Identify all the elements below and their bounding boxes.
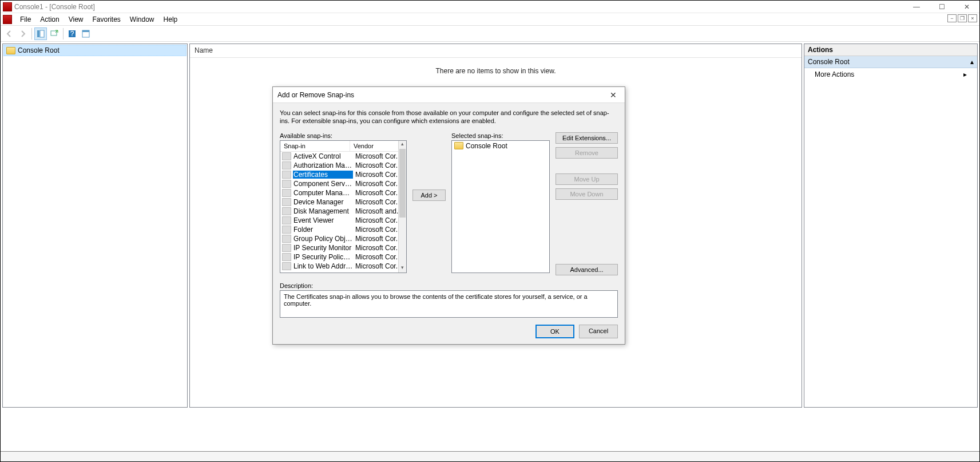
- move-up-button[interactable]: Move Up: [556, 173, 618, 185]
- more-actions-label: More Actions: [815, 70, 854, 78]
- scroll-thumb[interactable]: [399, 149, 406, 218]
- scroll-up-button[interactable]: ▴: [399, 141, 406, 149]
- show-tree-button[interactable]: [34, 27, 47, 40]
- snapin-name: Folder: [293, 226, 353, 234]
- selected-item-console-root[interactable]: Console Root: [452, 141, 549, 151]
- menu-view[interactable]: View: [64, 14, 88, 25]
- help-button[interactable]: ?: [66, 27, 78, 40]
- svg-rect-0: [37, 30, 39, 37]
- available-item[interactable]: Device ManagerMicrosoft Cor...: [280, 198, 406, 207]
- menu-help[interactable]: Help: [159, 14, 182, 25]
- actions-section[interactable]: Console Root ▴: [804, 56, 977, 68]
- snapin-icon: [282, 207, 291, 215]
- tree-item-console-root[interactable]: Console Root: [3, 45, 187, 56]
- mmc-doc-icon: [3, 15, 12, 24]
- snapin-icon: [282, 180, 291, 188]
- actions-section-label: Console Root: [808, 58, 850, 66]
- back-button[interactable]: [3, 27, 15, 40]
- available-item[interactable]: Computer Managem...Microsoft Cor...: [280, 188, 406, 198]
- new-window-button[interactable]: [48, 27, 61, 40]
- folder-icon: [6, 47, 15, 54]
- ok-button[interactable]: OK: [535, 325, 574, 338]
- dialog-close-button[interactable]: ✕: [606, 90, 620, 100]
- dialog-titlebar: Add or Remove Snap-ins ✕: [273, 87, 625, 103]
- available-item[interactable]: FolderMicrosoft Cor...: [280, 225, 406, 234]
- empty-view-message: There are no items to show in this view.: [190, 58, 802, 75]
- right-buttons: Edit Extensions... Remove Move Up Move D…: [556, 132, 618, 275]
- available-item[interactable]: IP Security Policy M...Microsoft Cor...: [280, 252, 406, 262]
- add-remove-snapins-dialog: Add or Remove Snap-ins ✕ You can select …: [272, 86, 625, 345]
- description-label: Description:: [280, 282, 618, 289]
- scroll-down-button[interactable]: ▾: [399, 264, 406, 273]
- move-down-button[interactable]: Move Down: [556, 188, 618, 200]
- snapin-name: Group Policy Object ...: [293, 235, 353, 243]
- close-button[interactable]: ✕: [954, 1, 979, 13]
- toolbar: ?: [1, 26, 979, 42]
- available-label: Available snap-ins:: [280, 132, 407, 139]
- available-scrollbar[interactable]: ▴ ▾: [398, 141, 406, 273]
- add-column: Add >: [412, 132, 446, 201]
- available-item[interactable]: ActiveX ControlMicrosoft Cor...: [280, 152, 406, 161]
- svg-text:?: ?: [70, 30, 74, 38]
- snapin-icon: [282, 161, 291, 169]
- available-item[interactable]: Authorization ManagerMicrosoft Cor...: [280, 161, 406, 170]
- mdi-close[interactable]: ×: [968, 14, 977, 22]
- snapin-icon: [282, 189, 291, 197]
- snapin-name: Disk Management: [293, 207, 353, 215]
- properties-button[interactable]: [80, 27, 92, 40]
- edit-extensions-button[interactable]: Edit Extensions...: [556, 132, 618, 144]
- dialog-body: You can select snap-ins for this console…: [273, 103, 625, 344]
- snapin-icon: [282, 235, 291, 243]
- svg-rect-6: [82, 30, 89, 32]
- menu-favorites[interactable]: Favorites: [88, 14, 125, 25]
- menu-window[interactable]: Window: [125, 14, 159, 25]
- available-item[interactable]: CertificatesMicrosoft Cor...: [280, 170, 406, 179]
- toolbar-separator: [31, 28, 32, 40]
- add-button[interactable]: Add >: [412, 189, 446, 201]
- column-header-name[interactable]: Name: [190, 44, 802, 58]
- available-item[interactable]: Component ServicesMicrosoft Cor...: [280, 179, 406, 188]
- available-item[interactable]: Link to Web AddressMicrosoft Cor...: [280, 262, 406, 271]
- snapin-name: Link to Web Address: [293, 262, 353, 270]
- chevron-right-icon: ▸: [963, 70, 967, 78]
- svg-rect-2: [51, 31, 57, 35]
- actions-pane: Actions Console Root ▴ More Actions ▸: [804, 44, 978, 408]
- description-box: The Certificates snap-in allows you to b…: [280, 290, 618, 318]
- available-snapins-list[interactable]: Snap-in Vendor ActiveX ControlMicrosoft …: [280, 140, 407, 273]
- mdi-minimize[interactable]: −: [947, 14, 957, 22]
- advanced-button[interactable]: Advanced...: [556, 264, 618, 275]
- mdi-restore[interactable]: ❐: [958, 14, 967, 22]
- menu-file[interactable]: File: [15, 14, 35, 25]
- available-column: Available snap-ins: Snap-in Vendor Activ…: [280, 132, 407, 273]
- minimize-button[interactable]: —: [904, 1, 929, 13]
- statusbar: [1, 451, 979, 461]
- snapin-name: ActiveX Control: [293, 152, 353, 160]
- collapse-icon: ▴: [970, 58, 974, 66]
- actions-header: Actions: [804, 44, 977, 56]
- mmc-icon: [3, 2, 12, 11]
- menubar: File Action View Favorites Window Help −…: [1, 13, 979, 26]
- available-item[interactable]: IP Security MonitorMicrosoft Cor...: [280, 243, 406, 252]
- remove-button[interactable]: Remove: [556, 147, 618, 159]
- available-item[interactable]: Group Policy Object ...Microsoft Cor...: [280, 234, 406, 243]
- mdi-controls: − ❐ ×: [947, 14, 977, 22]
- available-item[interactable]: Event ViewerMicrosoft Cor...: [280, 216, 406, 225]
- snapin-icon: [282, 171, 291, 179]
- snapin-icon: [282, 244, 291, 252]
- snapin-name: IP Security Policy M...: [293, 253, 353, 261]
- available-item[interactable]: Disk ManagementMicrosoft and...: [280, 207, 406, 216]
- snapin-icon: [282, 198, 291, 206]
- snapin-icon: [282, 226, 291, 234]
- forward-button[interactable]: [17, 27, 29, 40]
- snapin-icon: [282, 253, 291, 261]
- maximize-button[interactable]: ☐: [929, 1, 954, 13]
- snapin-icon: [282, 152, 291, 160]
- tree-item-label: Console Root: [18, 46, 59, 54]
- selected-snapins-list[interactable]: Console Root: [451, 140, 550, 273]
- cancel-button[interactable]: Cancel: [579, 325, 618, 338]
- more-actions-link[interactable]: More Actions ▸: [804, 68, 977, 81]
- col-header-snapin[interactable]: Snap-in: [280, 141, 350, 151]
- available-list-header: Snap-in Vendor: [280, 141, 406, 152]
- menu-action[interactable]: Action: [35, 14, 64, 25]
- snapin-name: Authorization Manager: [293, 161, 353, 169]
